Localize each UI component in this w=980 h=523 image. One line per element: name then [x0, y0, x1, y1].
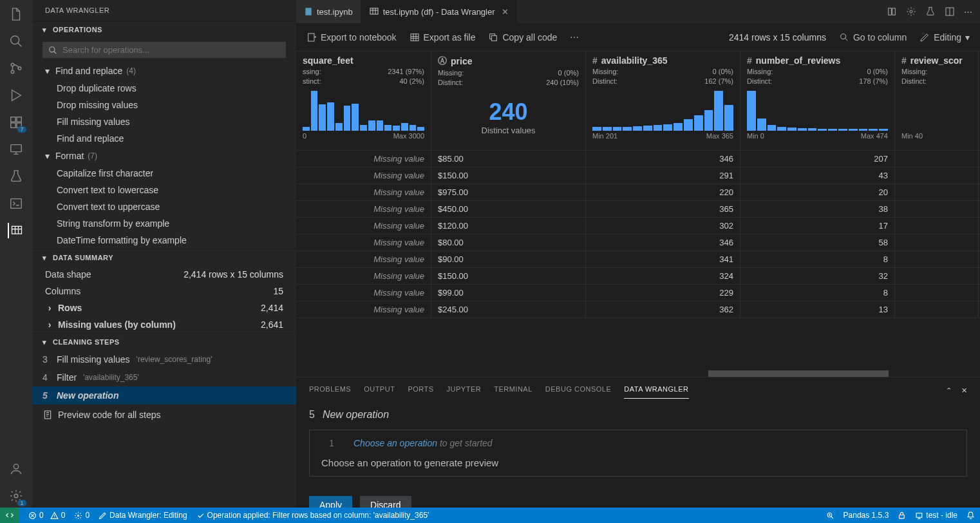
cell[interactable]: $150.00 — [431, 268, 586, 284]
cell[interactable] — [895, 251, 979, 267]
close-icon[interactable]: ✕ — [502, 7, 509, 17]
panel-tab-terminal[interactable]: TERMINAL — [494, 383, 532, 399]
cell[interactable]: 32 — [740, 268, 895, 284]
op-item[interactable]: Drop duplicate rows — [32, 80, 296, 97]
ports-status[interactable]: 0 — [74, 511, 90, 520]
split-icon[interactable] — [945, 6, 955, 17]
cell[interactable]: $99.00 — [431, 285, 586, 301]
files-icon[interactable] — [8, 6, 24, 22]
cell[interactable] — [895, 201, 979, 217]
summary-missing[interactable]: ›Missing values (by column) 2,641 — [32, 316, 296, 333]
cell[interactable] — [895, 234, 979, 251]
cell[interactable]: Missing value — [296, 285, 431, 301]
cell[interactable]: Missing value — [296, 268, 431, 284]
op-item[interactable]: DateTime formatting by example — [32, 232, 296, 249]
column-header[interactable]: #number_of_reviews Missing:Distinct:0 (0… — [740, 52, 895, 150]
search-input[interactable] — [62, 45, 280, 55]
source-control-icon[interactable] — [8, 61, 24, 76]
op-category-find[interactable]: ▾ Find and replace (4) — [32, 62, 296, 80]
cell[interactable]: 43 — [740, 167, 895, 184]
copy-all-button[interactable]: Copy all code — [488, 32, 557, 43]
search-icon[interactable] — [8, 33, 24, 49]
cell[interactable]: 229 — [586, 285, 740, 301]
chevron-up-icon[interactable]: ⌃ — [946, 386, 952, 395]
cell[interactable]: Missing value — [296, 301, 431, 318]
cell[interactable]: Missing value — [296, 218, 431, 234]
column-header[interactable]: square_feet ssing:stinct:2341 (97%)40 (2… — [296, 52, 431, 150]
summary-rows[interactable]: ›Rows 2,414 — [32, 300, 296, 316]
cell[interactable]: 20 — [740, 184, 895, 200]
more-icon[interactable]: ⋯ — [964, 7, 972, 17]
cell[interactable]: $450.00 — [431, 201, 586, 217]
panel-tab-datawrangler[interactable]: DATA WRANGLER — [624, 383, 688, 399]
export-file-button[interactable]: Export as file — [410, 32, 476, 43]
cell[interactable]: $120.00 — [431, 218, 586, 234]
cell[interactable]: 362 — [586, 301, 740, 318]
op-item[interactable]: Capitalize first character — [32, 165, 296, 182]
cell[interactable]: $245.00 — [431, 301, 586, 318]
gear-icon[interactable] — [906, 6, 916, 17]
cell[interactable]: Missing value — [296, 151, 431, 167]
cell[interactable] — [895, 151, 979, 167]
summary-header[interactable]: ▾ DATA SUMMARY — [32, 249, 296, 266]
cell[interactable]: 291 — [586, 167, 740, 184]
table-row[interactable]: Missing value $245.00 362 13 — [296, 301, 980, 318]
beaker-icon[interactable] — [925, 6, 936, 17]
cell[interactable]: 302 — [586, 218, 740, 234]
cell[interactable]: 220 — [586, 184, 740, 200]
cell[interactable]: 58 — [740, 234, 895, 251]
cell[interactable]: Missing value — [296, 184, 431, 200]
cleaning-step[interactable]: 4 Filter 'availability_365' — [32, 368, 296, 386]
data-wrangler-icon[interactable] — [8, 223, 23, 238]
cell[interactable]: 324 — [586, 268, 740, 284]
cell[interactable]: Missing value — [296, 167, 431, 184]
table-row[interactable]: Missing value $80.00 346 58 — [296, 234, 980, 251]
table-row[interactable]: Missing value $120.00 302 17 — [296, 218, 980, 234]
cell[interactable]: 13 — [740, 301, 895, 318]
cell[interactable]: Missing value — [296, 201, 431, 217]
operations-header[interactable]: ▾ OPERATIONS — [32, 21, 296, 38]
close-icon[interactable]: ✕ — [961, 386, 968, 395]
cell[interactable] — [895, 218, 979, 234]
cell[interactable]: $80.00 — [431, 234, 586, 251]
remote-indicator[interactable] — [0, 508, 19, 523]
table-row[interactable]: Missing value $90.00 341 8 — [296, 251, 980, 268]
export-notebook-button[interactable]: Export to notebook — [306, 32, 397, 43]
run-debug-icon[interactable] — [8, 88, 24, 103]
zoom-icon[interactable] — [826, 511, 834, 520]
cell[interactable]: $85.00 — [431, 151, 586, 167]
cell[interactable]: Missing value — [296, 251, 431, 267]
cell[interactable] — [895, 167, 979, 184]
column-header[interactable]: Ⓐprice Missing:Distinct:0 (0%)240 (10%)2… — [431, 52, 586, 150]
op-category-format[interactable]: ▾ Format (7) — [32, 147, 296, 165]
cell[interactable] — [895, 285, 979, 301]
cell[interactable]: $90.00 — [431, 251, 586, 267]
tab-test-ipynb[interactable]: test.ipynb — [296, 0, 361, 23]
dw-mode-status[interactable]: Data Wrangler: Editing — [99, 511, 187, 520]
errors-warnings[interactable]: 0 0 — [28, 511, 65, 520]
mode-dropdown[interactable]: Editing ▾ — [919, 32, 970, 43]
cell[interactable] — [895, 268, 979, 284]
steps-header[interactable]: ▾ CLEANING STEPS — [32, 334, 296, 350]
trusted-icon[interactable] — [898, 511, 906, 520]
cell[interactable]: 346 — [586, 151, 740, 167]
test-icon[interactable] — [8, 169, 24, 184]
cell[interactable]: 38 — [740, 201, 895, 217]
table-row[interactable]: Missing value $450.00 365 38 — [296, 201, 980, 218]
cleaning-step[interactable]: 3 Fill missing values 'review_scores_rat… — [32, 350, 296, 368]
panel-tab-problems[interactable]: PROBLEMS — [309, 383, 351, 399]
horizontal-scrollbar[interactable] — [296, 370, 980, 377]
kernel-status[interactable]: test - idle — [915, 511, 957, 520]
cell[interactable]: $150.00 — [431, 167, 586, 184]
panel-tab-debug[interactable]: DEBUG CONSOLE — [545, 383, 611, 399]
op-item[interactable]: Drop missing values — [32, 97, 296, 113]
goto-column-button[interactable]: Go to column — [839, 32, 907, 43]
panel-tab-jupyter[interactable]: JUPYTER — [447, 383, 482, 399]
table-row[interactable]: Missing value $150.00 324 32 — [296, 268, 980, 285]
settings-icon[interactable]: 1 — [8, 488, 24, 504]
terminal-icon[interactable] — [8, 196, 24, 211]
table-row[interactable]: Missing value $150.00 291 43 — [296, 167, 980, 184]
op-item[interactable]: Find and replace — [32, 130, 296, 147]
op-item[interactable]: String transform by example — [32, 215, 296, 232]
tab-data-wrangler[interactable]: test.ipynb (df) - Data Wrangler ✕ — [361, 0, 517, 23]
